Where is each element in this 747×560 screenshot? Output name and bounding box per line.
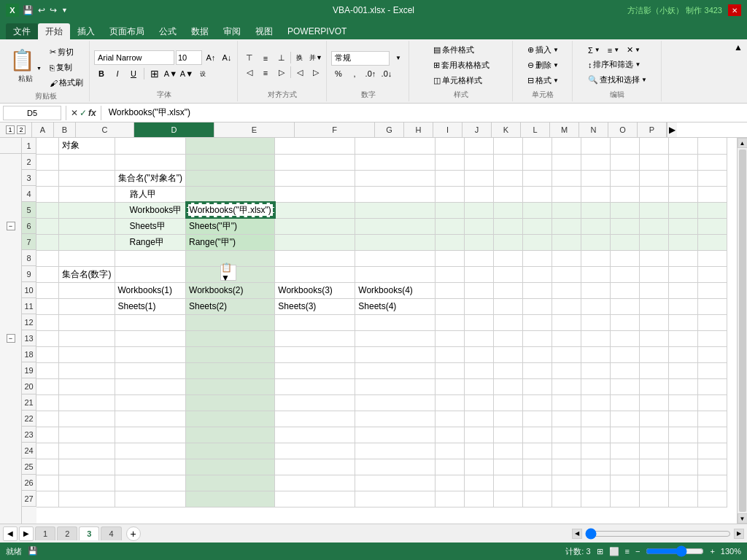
cell-J7[interactable] (523, 234, 552, 250)
paste-options-popup-btn[interactable]: 📋▼ (220, 265, 236, 281)
percent-btn[interactable]: % (331, 67, 346, 80)
font-color-button[interactable]: A▼ (179, 67, 194, 80)
cell-N10[interactable] (640, 282, 669, 298)
copy-button[interactable]: ⎘ 复制 (47, 61, 86, 74)
cell-K2[interactable] (552, 154, 581, 170)
cell-C12[interactable] (115, 314, 186, 330)
cell-B12[interactable] (58, 314, 115, 330)
col-header-I[interactable]: I (433, 122, 462, 137)
cell-C6[interactable]: Sheets甲 (115, 218, 186, 234)
cell-P4[interactable] (698, 186, 727, 202)
cell-K5[interactable] (552, 202, 581, 218)
tab-data[interactable]: 数据 (184, 23, 216, 39)
cell-F9[interactable] (355, 266, 436, 282)
cell-I2[interactable] (494, 154, 523, 170)
cell-B6[interactable] (58, 218, 115, 234)
tab-page-layout[interactable]: 页面布局 (102, 23, 152, 39)
cell-L3[interactable] (581, 170, 611, 186)
cell-A24[interactable] (36, 443, 58, 459)
cell-A26[interactable] (36, 475, 58, 491)
cell-M12[interactable] (611, 314, 640, 330)
increase-decimal-btn[interactable]: .0↑ (363, 67, 378, 80)
tab-home[interactable]: 开始 (38, 23, 70, 39)
col-header-L[interactable]: L (521, 122, 550, 137)
insert-cells-btn[interactable]: ⊕ 插入 ▼ (525, 43, 562, 57)
cell-E5[interactable] (275, 202, 355, 218)
cell-F7[interactable] (355, 234, 436, 250)
font-increase-btn[interactable]: A↑ (204, 51, 218, 64)
cell-J18[interactable] (523, 346, 552, 362)
cell-E9[interactable] (275, 266, 355, 282)
number-format-input[interactable] (331, 51, 390, 66)
cell-F4[interactable] (355, 186, 436, 202)
cell-L8[interactable] (581, 250, 611, 266)
sheet-tab-1[interactable]: 1 (35, 526, 55, 540)
cell-C3[interactable]: 集合名("对象名") (115, 170, 186, 186)
cell-F3[interactable] (355, 170, 436, 186)
col-header-P[interactable]: P (638, 122, 667, 137)
cell-C13[interactable] (115, 330, 186, 346)
cell-H12[interactable] (465, 314, 494, 330)
conditional-format-btn[interactable]: ▤ 条件格式 (430, 43, 477, 57)
cell-F8[interactable] (355, 250, 436, 266)
cell-O4[interactable] (669, 186, 698, 202)
page-break-icon[interactable]: ≡ (625, 547, 630, 556)
cell-M9[interactable] (611, 266, 640, 282)
cell-A4[interactable] (36, 186, 58, 202)
cell-I11[interactable] (494, 298, 523, 314)
cell-K6[interactable] (552, 218, 581, 234)
cell-E18[interactable] (275, 346, 355, 362)
cell-C11[interactable]: Sheets(1) (115, 298, 186, 314)
cell-M7[interactable] (611, 234, 640, 250)
cell-A20[interactable] (36, 378, 58, 394)
zoom-slider[interactable] (646, 545, 704, 557)
cell-O8[interactable] (669, 250, 698, 266)
cell-G12[interactable] (436, 314, 465, 330)
cell-N13[interactable] (640, 330, 669, 346)
collapse-ribbon-btn[interactable]: ▲ (734, 42, 743, 52)
cell-H11[interactable] (465, 298, 494, 314)
cell-F18[interactable] (355, 346, 436, 362)
bold-button[interactable]: B (94, 67, 109, 80)
row-header-3[interactable]: 3 (22, 170, 36, 186)
row-header-26[interactable]: 26 (22, 475, 36, 491)
cell-L18[interactable] (581, 346, 611, 362)
cell-M8[interactable] (611, 250, 640, 266)
cell-N6[interactable] (640, 218, 669, 234)
cell-B4[interactable] (58, 186, 115, 202)
cell-D4[interactable] (186, 186, 275, 202)
cell-A7[interactable] (36, 234, 58, 250)
cell-A18[interactable] (36, 346, 58, 362)
save-quick-btn[interactable]: 💾 (21, 4, 35, 16)
cell-H6[interactable] (465, 218, 494, 234)
row-header-4[interactable]: 4 (22, 186, 36, 202)
cell-L6[interactable] (581, 218, 611, 234)
outline-level1-btn[interactable]: 1 (6, 125, 15, 134)
cell-B2[interactable] (58, 154, 115, 170)
row-header-21[interactable]: 21 (22, 394, 36, 411)
cell-G13[interactable] (436, 330, 465, 346)
scroll-down-btn[interactable]: ▼ (738, 513, 748, 524)
outline-minus1-btn[interactable]: − (7, 222, 15, 230)
format-cells-btn[interactable]: ⊟ 格式 ▼ (525, 74, 562, 88)
col-header-D[interactable]: D (134, 122, 214, 137)
cell-M11[interactable] (611, 298, 640, 314)
cell-L9[interactable] (581, 266, 611, 282)
cell-A1[interactable] (36, 138, 58, 154)
cell-J3[interactable] (523, 170, 552, 186)
cell-J13[interactable] (523, 330, 552, 346)
cell-D13[interactable] (186, 330, 275, 346)
cell-N9[interactable] (640, 266, 669, 282)
cell-C2[interactable] (115, 154, 186, 170)
cell-F5[interactable] (355, 202, 436, 218)
cell-A2[interactable] (36, 154, 58, 170)
cell-G3[interactable] (436, 170, 465, 186)
scroll-up-btn[interactable]: ▲ (738, 138, 748, 148)
cell-F11[interactable]: Sheets(4) (355, 298, 436, 314)
cell-B11[interactable] (58, 298, 115, 314)
cell-K8[interactable] (552, 250, 581, 266)
cell-B9[interactable]: 集合名(数字) (58, 266, 115, 282)
cell-N5[interactable] (640, 202, 669, 218)
cell-J2[interactable] (523, 154, 552, 170)
cell-A23[interactable] (36, 427, 58, 443)
